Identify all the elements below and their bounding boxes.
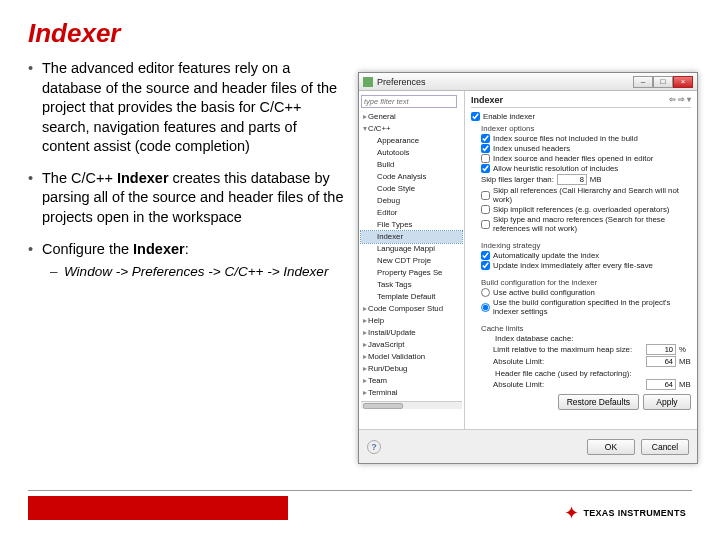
checkbox-option[interactable] [481,220,490,229]
strategy-label: Indexing strategy [471,241,691,250]
bullet-1: The advanced editor features rely on a d… [28,59,348,157]
titlebar[interactable]: Preferences – □ × [359,73,697,91]
minimize-button[interactable]: – [633,76,653,88]
ti-logo: ✦ TEXAS INSTRUMENTS [564,504,686,522]
section-title: Indexer [471,95,503,105]
app-icon [363,77,373,87]
tree-item[interactable]: File Types [361,219,462,231]
apply-button[interactable]: Apply [643,394,691,410]
footer-accent [28,496,288,520]
tree-item[interactable]: Debug [361,195,462,207]
tree-item[interactable]: Editor [361,207,462,219]
skip-files-size-input[interactable] [557,174,587,185]
tree-item[interactable]: ▸Terminal [361,387,462,399]
tree-item[interactable]: Template Default [361,291,462,303]
cache-limits-label: Cache limits [471,324,691,333]
tree-item[interactable]: ▸Run/Debug [361,363,462,375]
radio-option[interactable] [481,303,490,312]
tree-item[interactable]: ▸Code Composer Stud [361,303,462,315]
checkbox-option[interactable] [481,261,490,270]
build-config-label: Build configuration for the indexer [471,278,691,287]
tree-scrollbar[interactable] [361,401,462,409]
checkbox-option[interactable] [481,205,490,214]
skip-files-label: Skip files larger than: [481,175,554,184]
restore-defaults-button[interactable]: Restore Defaults [558,394,639,410]
tree-item[interactable]: Code Analysis [361,171,462,183]
preferences-dialog: Preferences – □ × ▸General ▾C/C++ Appear… [358,72,698,464]
indexer-options-label: Indexer options [471,124,691,133]
tree-item[interactable]: Task Tags [361,279,462,291]
slide-title: Indexer [28,18,692,49]
tree-item[interactable]: Language Mappi [361,243,462,255]
tree-item[interactable]: ▸Model Validation [361,351,462,363]
nav-arrows[interactable]: ⇦ ⇨ ▾ [669,95,691,105]
bullet-list: The advanced editor features rely on a d… [28,59,348,293]
cancel-button[interactable]: Cancel [641,439,689,455]
bullet-2: The C/C++ Indexer creates this database … [28,169,348,228]
radio-option[interactable] [481,288,490,297]
tree-item[interactable]: ▸Install/Update [361,327,462,339]
checkbox-option[interactable] [481,144,490,153]
tree-item[interactable]: Build [361,159,462,171]
checkbox-option[interactable] [481,191,490,200]
enable-indexer-checkbox[interactable] [471,112,480,121]
settings-pane: Indexer⇦ ⇨ ▾ Enable indexer Indexer opti… [465,91,697,429]
tree-item[interactable]: Property Pages Se [361,267,462,279]
tree-pane: ▸General ▾C/C++ AppearanceAutotoolsBuild… [359,91,465,429]
close-button[interactable]: × [673,76,693,88]
help-icon[interactable]: ? [367,440,381,454]
tree-item[interactable]: ▸Team [361,375,462,387]
tree-item[interactable]: Appearance [361,135,462,147]
tree-item[interactable]: ▸JavaScript [361,339,462,351]
bullet-3: Configure the Indexer: Window -> Prefere… [28,240,348,282]
preference-tree[interactable]: ▸General ▾C/C++ AppearanceAutotoolsBuild… [361,111,462,399]
bullet-3-sub: Window -> Preferences -> C/C++ -> Indexe… [42,263,348,281]
checkbox-option[interactable] [481,134,490,143]
tree-item[interactable]: Autotools [361,147,462,159]
tree-item[interactable]: Code Style [361,183,462,195]
tree-item[interactable]: New CDT Proje [361,255,462,267]
abs-limit-input[interactable] [646,356,676,367]
tree-item[interactable]: Indexer [361,231,462,243]
checkbox-option[interactable] [481,164,490,173]
filter-input[interactable] [361,95,457,108]
heap-limit-input[interactable] [646,344,676,355]
ti-logo-icon: ✦ [564,504,579,522]
dialog-title: Preferences [377,77,633,87]
maximize-button[interactable]: □ [653,76,673,88]
hdr-limit-input[interactable] [646,379,676,390]
checkbox-option[interactable] [481,251,490,260]
ok-button[interactable]: OK [587,439,635,455]
tree-item[interactable]: ▸Help [361,315,462,327]
checkbox-option[interactable] [481,154,490,163]
